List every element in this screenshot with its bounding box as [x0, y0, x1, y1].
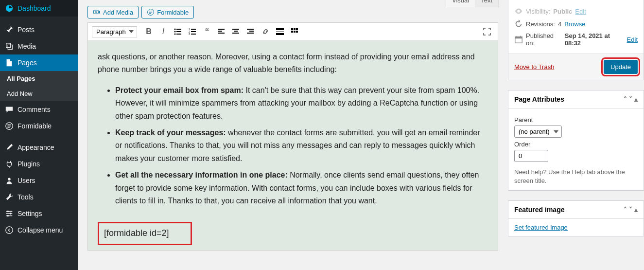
tab-text[interactable]: Text — [475, 0, 498, 7]
parent-select[interactable]: (no parent) — [514, 126, 562, 138]
move-to-trash-link[interactable]: Move to Trash — [514, 63, 554, 71]
editor-toolbar: Paragraph B I 123 “ — [88, 23, 498, 41]
editor-box: Paragraph B I 123 “ ask questions, or an… — [87, 22, 498, 251]
sidebar-sub-add-new[interactable]: Add New — [0, 86, 78, 101]
sliders-icon — [5, 209, 14, 218]
fullscreen-button[interactable] — [480, 25, 494, 38]
editor-tabs: Visual Text — [446, 0, 499, 7]
edit-date-link[interactable]: Edit — [627, 36, 638, 43]
svg-text:3: 3 — [189, 33, 190, 36]
editor-content[interactable]: ask questions, or another reason. Moreov… — [88, 41, 498, 250]
chevron-down-icon[interactable]: ˅ — [629, 95, 632, 103]
comment-icon — [5, 105, 14, 114]
svg-rect-32 — [276, 33, 284, 35]
svg-rect-18 — [191, 31, 196, 32]
svg-rect-20 — [191, 34, 196, 35]
svg-rect-35 — [296, 28, 298, 30]
sidebar-item-posts[interactable]: Posts — [0, 21, 78, 38]
add-media-button[interactable]: Add Media — [87, 6, 139, 18]
help-text: Need help? Use the Help tab above the sc… — [514, 168, 638, 185]
sidebar-item-plugins[interactable]: Plugins — [0, 156, 78, 172]
blockquote-button[interactable]: “ — [200, 25, 214, 38]
content-bullet: Protect your email box from spam: It can… — [115, 84, 488, 123]
svg-rect-38 — [296, 31, 298, 33]
sidebar-item-collapse[interactable]: Collapse menu — [0, 222, 78, 238]
right-panel: Visibility: Public Edit Revisions: 4 Bro… — [508, 0, 644, 270]
sidebar-item-tools[interactable]: Tools — [0, 189, 78, 205]
collapse-icon — [5, 226, 14, 234]
italic-button[interactable]: I — [157, 25, 170, 38]
toolbar-toggle-button[interactable] — [288, 25, 301, 38]
calendar-icon — [514, 35, 523, 44]
svg-rect-24 — [232, 29, 239, 30]
align-left-button[interactable] — [215, 25, 228, 38]
svg-rect-23 — [218, 33, 225, 34]
editor-main: Add Media Formidable Visual Text Paragra… — [78, 0, 508, 270]
plug-icon — [5, 160, 14, 168]
publish-box: Visibility: Public Edit Revisions: 4 Bro… — [508, 0, 644, 80]
svg-rect-14 — [176, 34, 181, 35]
sidebar-item-label: Appearance — [17, 144, 54, 151]
content-intro: ask questions, or another reason. Moreov… — [98, 51, 488, 76]
svg-point-5 — [6, 227, 13, 234]
sidebar-item-label: Pages — [17, 59, 37, 67]
parent-label: Parent — [514, 116, 638, 124]
sidebar-item-label: Collapse menu — [17, 226, 63, 234]
sidebar-item-label: Posts — [17, 26, 35, 34]
sidebar-sub-all-pages[interactable]: All Pages — [0, 71, 78, 86]
dashboard-icon — [5, 4, 14, 13]
format-select[interactable]: Paragraph — [92, 26, 137, 37]
sidebar-item-label: Formidable — [17, 122, 52, 130]
sidebar-item-media[interactable]: Media — [0, 38, 78, 54]
page-icon — [5, 58, 14, 67]
svg-rect-16 — [191, 29, 196, 30]
update-button[interactable]: Update — [604, 60, 638, 74]
sidebar-item-comments[interactable]: Comments — [0, 101, 78, 118]
svg-point-4 — [7, 215, 9, 217]
order-input[interactable] — [514, 150, 548, 162]
metabox-title: Featured image — [514, 206, 564, 214]
sidebar-item-settings[interactable]: Settings — [0, 205, 78, 222]
caret-up-icon[interactable]: ▴ — [634, 206, 638, 214]
align-center-button[interactable] — [229, 25, 243, 38]
bold-button[interactable]: B — [142, 25, 156, 38]
camera-music-icon — [93, 8, 101, 16]
content-bullet: Keep track of your messages: whenever th… — [115, 126, 488, 165]
formidable-button[interactable]: Formidable — [141, 6, 194, 18]
sidebar-item-label: Comments — [17, 106, 51, 113]
sidebar-item-pages[interactable]: Pages — [0, 54, 78, 71]
sidebar-item-users[interactable]: Users — [0, 172, 78, 189]
link-button[interactable] — [259, 25, 272, 38]
sidebar-item-formidable[interactable]: Formidable — [0, 118, 78, 134]
sidebar-item-label: Media — [17, 42, 36, 50]
revisions-icon — [514, 19, 523, 28]
readmore-button[interactable] — [273, 25, 287, 38]
set-featured-image-link[interactable]: Set featured image — [514, 224, 568, 231]
bullet-list-button[interactable] — [171, 25, 185, 38]
formidable-icon — [147, 8, 155, 16]
svg-rect-27 — [247, 29, 254, 30]
number-list-button[interactable]: 123 — [186, 25, 199, 38]
browse-revisions-link[interactable]: Browse — [564, 20, 585, 28]
svg-rect-36 — [291, 31, 293, 33]
edit-visibility-link[interactable]: Edit — [575, 8, 586, 15]
svg-rect-26 — [232, 33, 239, 34]
sidebar-item-dashboard[interactable]: Dashboard — [0, 0, 78, 17]
svg-rect-21 — [218, 29, 225, 30]
user-icon — [5, 176, 14, 185]
chevron-down-icon[interactable]: ˅ — [629, 206, 632, 214]
sidebar-item-label: Settings — [17, 210, 42, 217]
svg-rect-10 — [176, 29, 181, 30]
svg-rect-12 — [176, 31, 181, 32]
svg-rect-31 — [276, 31, 284, 32]
chevron-up-icon[interactable]: ˄ — [624, 95, 627, 103]
caret-up-icon[interactable]: ▴ — [634, 95, 638, 103]
chevron-up-icon[interactable]: ˄ — [624, 206, 627, 214]
pin-icon — [5, 25, 14, 34]
svg-rect-40 — [515, 37, 522, 39]
sidebar-item-label: Dashboard — [17, 4, 51, 12]
svg-rect-6 — [94, 10, 99, 14]
sidebar-item-appearance[interactable]: Appearance — [0, 139, 78, 156]
tab-visual[interactable]: Visual — [446, 0, 475, 7]
align-right-button[interactable] — [244, 25, 258, 38]
